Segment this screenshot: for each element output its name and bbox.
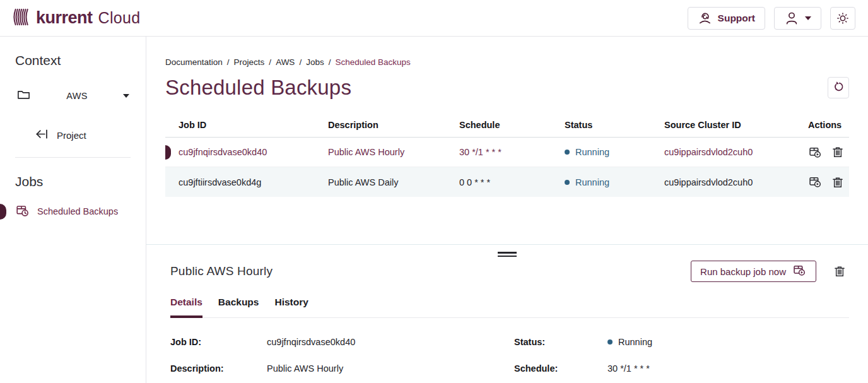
status-dot [565, 150, 570, 155]
org-selector-value: AWS [31, 91, 123, 101]
status-label: Status: [514, 337, 607, 347]
sidebar: Context AWS Project Jobs [0, 37, 146, 383]
breadcrumb-jobs[interactable]: Jobs [306, 57, 324, 67]
breadcrumb-separator: / [299, 57, 302, 67]
cell-source-cluster-id: cu9ippairsdvlod2cuh0 [664, 177, 808, 187]
drag-handle-line [498, 256, 517, 257]
breadcrumb-documentation[interactable]: Documentation [165, 57, 223, 67]
sidebar-divider [15, 157, 131, 158]
job-detail-panel: Public AWS Hourly Run backup job now [146, 244, 868, 383]
run-backup-icon[interactable] [808, 175, 823, 189]
breadcrumb-separator: / [269, 57, 271, 67]
detail-tabs: Details Backups History [170, 297, 849, 318]
table-row[interactable]: cu9jftiirsdvase0kd4g Public AWS Daily 0 … [165, 167, 849, 197]
back-arrow-icon [34, 127, 50, 143]
description-value: Public AWS Hourly [267, 363, 514, 374]
run-backup-icon [792, 263, 807, 280]
cell-status: Running [565, 177, 664, 187]
theme-toggle-button[interactable] [830, 7, 855, 30]
app-header: kurrent Cloud Support [0, 0, 868, 37]
cell-job-id: cu9jftiirsdvase0kd4g [179, 177, 328, 187]
column-header-actions: Actions [808, 120, 849, 130]
breadcrumb-separator: / [227, 57, 230, 67]
refresh-button[interactable] [828, 77, 849, 98]
cell-actions [808, 145, 849, 160]
tab-backups[interactable]: Backups [218, 297, 259, 318]
column-header-schedule: Schedule [459, 120, 565, 130]
context-heading: Context [15, 53, 146, 68]
status-label: Running [575, 177, 609, 187]
back-to-project-link[interactable]: Project [34, 127, 146, 143]
refresh-icon [832, 80, 845, 95]
sun-icon [836, 11, 850, 25]
delete-icon[interactable] [831, 175, 845, 189]
support-button[interactable]: Support [688, 7, 765, 30]
run-button-label: Run backup job now [700, 266, 786, 277]
job-id-label: Job ID: [170, 337, 267, 347]
status-label: Running [575, 147, 609, 157]
run-backup-job-now-button[interactable]: Run backup job now [691, 261, 816, 282]
breadcrumb-current: Scheduled Backups [335, 57, 410, 67]
column-header-description: Description [328, 120, 459, 130]
status-dot [607, 339, 613, 345]
breadcrumb-projects[interactable]: Projects [234, 57, 265, 67]
chevron-down-icon [805, 16, 811, 20]
user-menu-button[interactable] [774, 7, 821, 30]
cell-description: Public AWS Hourly [328, 147, 459, 157]
support-label: Support [718, 13, 755, 24]
selected-row-indicator [165, 145, 171, 160]
status-dot [565, 180, 570, 185]
column-header-job-id: Job ID [179, 120, 328, 130]
cell-status: Running [565, 147, 664, 157]
tab-history[interactable]: History [274, 297, 308, 318]
description-label: Description: [170, 363, 267, 374]
main-content: Documentation / Projects / AWS / Jobs / … [146, 37, 868, 383]
cell-source-cluster-id: cu9ippairsdvlod2cuh0 [664, 147, 808, 157]
folder-icon [16, 87, 31, 104]
status-value: Running [607, 337, 849, 347]
wave-logo-icon [13, 8, 30, 29]
user-icon [784, 11, 799, 26]
detail-panel-title: Public AWS Hourly [170, 264, 273, 278]
cell-schedule: 30 */1 * * * [459, 147, 565, 157]
breadcrumb-separator: / [329, 57, 331, 67]
schedule-value: 30 */1 * * * [607, 363, 849, 374]
org-selector[interactable]: AWS [16, 87, 129, 104]
delete-icon[interactable] [831, 145, 845, 159]
panel-resize-handle[interactable] [498, 252, 517, 259]
column-header-source-cluster-id: Source Cluster ID [664, 120, 808, 130]
logo-wordmark: kurrent [36, 8, 93, 28]
breadcrumb: Documentation / Projects / AWS / Jobs / … [146, 37, 868, 67]
chevron-down-icon [123, 94, 129, 98]
kurrent-cloud-logo[interactable]: kurrent Cloud [13, 8, 140, 29]
active-indicator [0, 204, 6, 220]
run-backup-icon[interactable] [808, 145, 823, 160]
table-header-row: Job ID Description Schedule Status Sourc… [165, 112, 849, 138]
logo-cloud-suffix: Cloud [98, 9, 141, 27]
page-title: Scheduled Backups [165, 76, 351, 100]
jobs-heading: Jobs [15, 174, 146, 189]
cell-job-id: cu9jfnqirsdvase0kd40 [179, 147, 328, 157]
column-header-status: Status [565, 120, 664, 130]
project-label: Project [57, 130, 86, 141]
header-actions: Support [688, 7, 855, 30]
cell-description: Public AWS Daily [328, 177, 459, 187]
sidebar-item-scheduled-backups[interactable]: Scheduled Backups [0, 202, 146, 221]
drag-handle-line [498, 252, 517, 254]
sidebar-item-label: Scheduled Backups [37, 206, 118, 216]
backup-clock-icon [15, 203, 30, 220]
cell-actions [808, 175, 849, 189]
job-id-value: cu9jfnqirsdvase0kd40 [267, 337, 514, 347]
scheduled-backups-table: Job ID Description Schedule Status Sourc… [165, 112, 849, 197]
support-headset-icon [698, 11, 712, 25]
delete-job-icon[interactable] [833, 264, 847, 278]
table-row[interactable]: cu9jfnqirsdvase0kd40 Public AWS Hourly 3… [165, 138, 849, 167]
detail-fields: Job ID: cu9jfnqirsdvase0kd40 Status: Run… [170, 337, 849, 374]
status-text: Running [618, 337, 652, 347]
schedule-label: Schedule: [514, 363, 607, 374]
cell-schedule: 0 0 * * * [459, 177, 565, 187]
tab-details[interactable]: Details [170, 297, 202, 318]
breadcrumb-aws[interactable]: AWS [276, 57, 295, 67]
